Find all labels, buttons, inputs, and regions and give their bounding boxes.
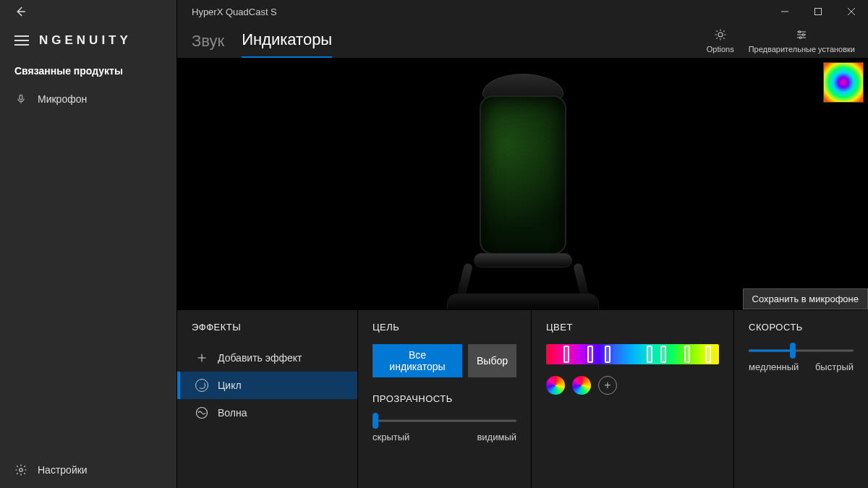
sliders-icon [794,27,809,42]
color-marker[interactable] [684,346,690,363]
speed-title: СКОРОСТЬ [749,322,854,333]
color-title: ЦВЕТ [546,322,719,333]
brightness-icon [713,27,728,42]
sidebar-settings[interactable]: Настройки [0,452,176,488]
microphone-icon [14,93,27,106]
tool-presets[interactable]: Предварительные установки [749,27,855,53]
speed-column: СКОРОСТЬ медленный быстрый [734,310,868,488]
effect-label: Волна [218,407,247,419]
tab-indicators[interactable]: Индикаторы [242,30,332,58]
cycle-icon [195,378,209,393]
presets-label: Предварительные установки [749,45,855,53]
svg-rect-2 [815,9,822,15]
color-swatch-1[interactable] [546,376,565,395]
window-maximize[interactable] [801,0,835,23]
opacity-min-label: скрытый [373,432,409,442]
speed-slider[interactable] [749,344,854,357]
effect-item-wave[interactable]: Волна [177,399,357,427]
menu-icon[interactable] [14,35,29,46]
opacity-thumb[interactable] [373,413,378,429]
target-all-button[interactable]: Все индикаторы [373,344,462,377]
wave-icon [195,406,209,420]
color-column: ЦВЕТ + [532,310,734,488]
tab-sound[interactable]: Звук [192,32,224,58]
color-marker[interactable] [647,346,652,363]
settings-label: Настройки [38,464,88,476]
svg-point-6 [800,37,802,39]
window-close[interactable] [835,0,868,23]
sidebar-section-title: Связанные продукты [0,65,176,87]
effect-label: Цикл [218,380,242,391]
save-to-device-hint[interactable]: Сохранить в микрофоне [743,288,868,309]
color-marker[interactable] [660,346,666,363]
opacity-max-label: видимый [477,432,516,442]
effect-item-cycle[interactable]: Цикл [177,372,357,399]
window-minimize[interactable] [768,0,801,23]
svg-rect-0 [20,95,22,100]
speed-thumb[interactable] [790,343,796,359]
color-marker[interactable] [705,346,711,363]
color-marker[interactable] [587,346,593,363]
speed-min-label: медленный [749,361,799,372]
opacity-title: ПРОЗРАЧНОСТЬ [373,393,516,404]
options-label: Options [707,45,734,53]
svg-point-5 [803,34,805,36]
device-preview: Сохранить в микрофоне [177,58,868,309]
microphone-render [440,74,606,309]
speed-max-label: быстрый [815,361,854,372]
tab-bar: Звук Индикаторы Options Предварительные … [177,23,868,58]
profile-thumbnail[interactable] [823,62,864,103]
main: HyperX QuadCast S Звук Индикаторы Option… [177,0,868,488]
target-pick-button[interactable]: Выбор [468,344,516,377]
tool-options[interactable]: Options [707,27,734,53]
gear-icon [14,463,27,476]
color-swatch-2[interactable] [572,376,591,395]
add-effect-button[interactable]: Добавить эффект [177,344,357,372]
effects-column: ЭФФЕКТЫ Добавить эффект Цикл Волна [177,310,358,488]
target-title: ЦЕЛЬ [373,322,516,333]
window-title: HyperX QuadCast S [177,0,868,23]
color-strip[interactable] [546,344,719,364]
svg-point-1 [20,468,23,472]
color-marker[interactable] [563,346,569,363]
sidebar-item-microphone[interactable]: Микрофон [0,87,176,111]
add-effect-label: Добавить эффект [218,352,302,364]
sidebar: NGENUITY Связанные продукты Микрофон Нас… [0,0,177,488]
controls-panel: ЭФФЕКТЫ Добавить эффект Цикл Волна [177,309,868,488]
back-button[interactable] [12,3,29,20]
plus-icon [195,351,209,365]
opacity-slider[interactable] [373,414,516,427]
sidebar-item-label: Микрофон [38,93,87,105]
svg-point-4 [799,31,801,33]
color-marker[interactable] [605,346,610,363]
brand-logo: NGENUITY [39,33,132,48]
effects-title: ЭФФЕКТЫ [177,322,357,333]
svg-point-3 [718,33,723,37]
add-color-swatch[interactable]: + [598,376,617,395]
target-column: ЦЕЛЬ Все индикаторы Выбор ПРОЗРАЧНОСТЬ с… [358,310,532,488]
